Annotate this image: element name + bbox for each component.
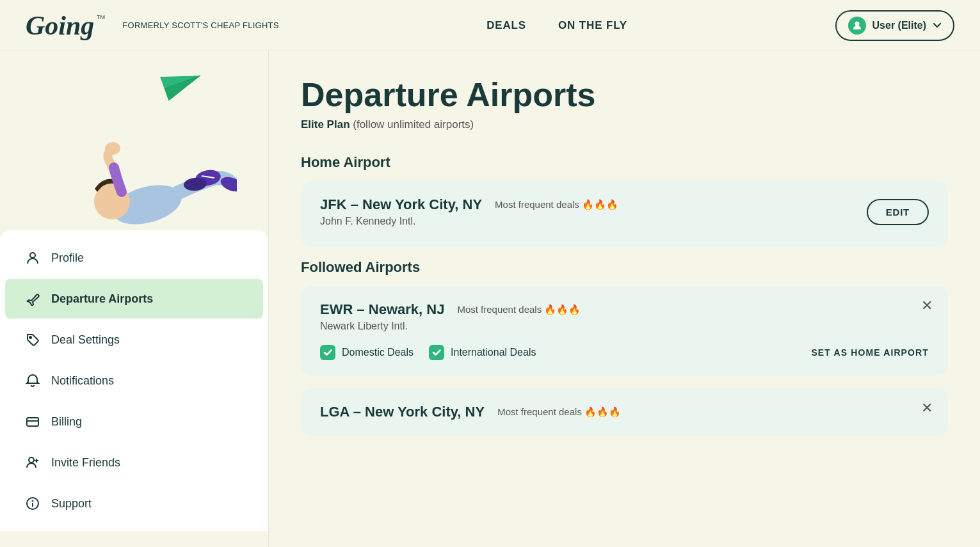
home-airport-card-header: JFK – New York City, NY Most frequent de… (320, 196, 929, 227)
sidebar-item-billing[interactable]: Billing (5, 402, 263, 441)
plan-detail: (follow unlimited airports) (353, 118, 474, 131)
tag-icon (24, 331, 41, 348)
user-avatar-icon (848, 17, 866, 35)
ewr-international-checkbox[interactable]: International Deals (429, 345, 536, 360)
sidebar-item-notifications[interactable]: Notifications (5, 361, 263, 400)
sidebar-item-departure-airports-label: Departure Airports (51, 292, 153, 306)
sidebar-item-profile[interactable]: Profile (5, 238, 263, 278)
home-airport-main-info: JFK – New York City, NY Most frequent de… (320, 196, 618, 213)
main-layout: Profile Departure Airports Deal Settings (0, 51, 980, 547)
sidebar-item-profile-label: Profile (51, 251, 84, 265)
logo[interactable]: Going TM (26, 10, 112, 41)
user-menu-button[interactable]: User (Elite) (835, 10, 954, 41)
followed-airport-card-ewr: ✕ EWR – Newark, NJ Most frequent deals 🔥… (301, 286, 948, 376)
sidebar-item-invite-friends-label: Invite Friends (51, 456, 120, 470)
svg-text:TM: TM (97, 14, 105, 20)
header-nav: DEALS ON THE FLY (486, 19, 627, 32)
domestic-checkbox-icon (320, 345, 335, 360)
logo-text: Going (26, 10, 94, 41)
bell-icon (24, 372, 41, 389)
svg-rect-14 (27, 418, 38, 426)
user-label: User (Elite) (872, 20, 926, 31)
ewr-international-label: International Deals (451, 347, 536, 358)
nav-deals[interactable]: DEALS (486, 19, 526, 32)
close-ewr-button[interactable]: ✕ (921, 299, 933, 313)
plan-name: Elite Plan (301, 118, 350, 131)
svg-point-8 (105, 142, 120, 155)
svg-point-12 (30, 253, 35, 258)
lga-frequent-badge: Most frequent deals 🔥🔥🔥 (497, 406, 621, 418)
header-left: Going TM FORMERLY SCOTT'S CHEAP FLIGHTS (26, 10, 279, 41)
person-icon (24, 250, 41, 266)
home-airport-card: JFK – New York City, NY Most frequent de… (301, 181, 948, 246)
formerly-label: FORMERLY SCOTT'S CHEAP FLIGHTS (122, 20, 278, 30)
info-icon (24, 495, 41, 512)
sidebar-item-support-label: Support (51, 497, 92, 511)
header: Going TM FORMERLY SCOTT'S CHEAP FLIGHTS … (0, 0, 980, 51)
ewr-deals-row: Domestic Deals International Deals SET A… (320, 345, 929, 360)
lga-code-city: LGA – New York City, NY (320, 404, 485, 420)
sidebar: Profile Departure Airports Deal Settings (0, 51, 269, 547)
content-area: Departure Airports Elite Plan (follow un… (269, 51, 980, 547)
sidebar-item-billing-label: Billing (51, 415, 82, 429)
card-icon (24, 413, 41, 430)
close-lga-button[interactable]: ✕ (921, 401, 933, 415)
ewr-code-city: EWR – Newark, NJ (320, 301, 444, 318)
svg-point-21 (33, 501, 33, 502)
plan-info: Elite Plan (follow unlimited airports) (301, 118, 948, 131)
sidebar-item-notifications-label: Notifications (51, 374, 114, 388)
home-airport-frequent-badge: Most frequent deals 🔥🔥🔥 (495, 199, 618, 210)
international-checkbox-icon (429, 345, 444, 360)
logo-tm-icon: TM (97, 12, 112, 27)
ewr-main-info: EWR – Newark, NJ Most frequent deals 🔥🔥🔥 (320, 301, 929, 318)
sidebar-item-deal-settings-label: Deal Settings (51, 333, 120, 347)
svg-point-1 (855, 21, 859, 26)
ewr-full-name: Newark Liberty Intl. (320, 321, 929, 332)
ewr-deal-checkboxes: Domestic Deals International Deals (320, 345, 536, 360)
chevron-down-icon (933, 21, 942, 30)
sidebar-item-invite-friends[interactable]: Invite Friends (5, 443, 263, 482)
ewr-domestic-checkbox[interactable]: Domestic Deals (320, 345, 414, 360)
home-airport-edit-button[interactable]: EDIT (867, 199, 929, 225)
svg-point-16 (29, 457, 34, 463)
home-airport-section-title: Home Airport (301, 154, 948, 171)
svg-point-13 (29, 337, 31, 338)
sidebar-item-departure-airports[interactable]: Departure Airports (5, 279, 263, 319)
sidebar-nav: Profile Departure Airports Deal Settings (0, 230, 268, 531)
followed-airports-section-title: Followed Airports (301, 259, 948, 276)
home-airport-info: JFK – New York City, NY Most frequent de… (320, 196, 618, 227)
character-illustration (32, 64, 237, 230)
ewr-domestic-label: Domestic Deals (342, 347, 414, 358)
sidebar-item-deal-settings[interactable]: Deal Settings (5, 320, 263, 360)
nav-on-the-fly[interactable]: ON THE FLY (558, 19, 627, 32)
lga-main-info: LGA – New York City, NY Most frequent de… (320, 404, 929, 420)
page-title: Departure Airports (301, 77, 948, 113)
ewr-frequent-badge: Most frequent deals 🔥🔥🔥 (457, 304, 581, 315)
plane-icon (24, 290, 41, 307)
set-ewr-home-button[interactable]: SET AS HOME AIRPORT (811, 347, 929, 358)
followed-airport-card-lga: ✕ LGA – New York City, NY Most frequent … (301, 388, 948, 436)
sidebar-illustration (0, 51, 268, 230)
home-airport-full-name: John F. Kennedy Intl. (320, 216, 618, 227)
person-plus-icon (24, 454, 41, 471)
home-airport-code-city: JFK – New York City, NY (320, 196, 482, 213)
sidebar-item-support[interactable]: Support (5, 484, 263, 523)
